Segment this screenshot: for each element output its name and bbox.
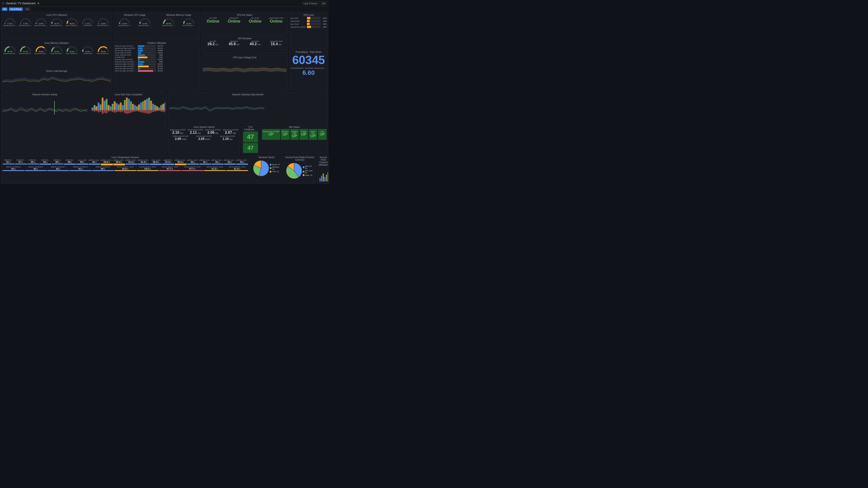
gauge-label: beta.lan.ayjc.net:9100 xyxy=(3,53,17,54)
ups-name: apc-1500 xyxy=(203,17,223,19)
uptime-unit: day xyxy=(215,132,219,134)
gauge-label: delta.lan.ayjc.net:91... xyxy=(19,25,32,26)
iops-neg-bar xyxy=(92,110,93,111)
temp-value: 42°C xyxy=(224,161,236,163)
temp-bar xyxy=(224,164,236,165)
svg-text:2.22%: 2.22% xyxy=(101,23,106,25)
tls-title: TLS Certificate ... xyxy=(243,126,258,131)
temp-node-name: none_none0 xyxy=(150,159,162,161)
interval-btn[interactable]: 1m xyxy=(24,7,31,11)
row3: Linux Temperature Sensors 0000:09:0... 3… xyxy=(1,155,328,184)
part-name: minie.lan.ayjc.net:9182 / Drive D xyxy=(115,70,137,72)
temp-r2-val: 42°C xyxy=(25,168,47,170)
gauge-item: 72.0% gamma.lan.ayjc.net:9... xyxy=(34,45,49,54)
legend-item: other: 15 xyxy=(303,174,315,176)
site-status-item[interactable]: PhalApi DEV UP xyxy=(290,129,299,140)
ap-channel-panel: Access Point Channel utilization xyxy=(317,155,329,184)
iops-neg-bar xyxy=(118,110,120,111)
site-status-grid: beta.lan.ayjc.net:9100 UP backrest UP Ph… xyxy=(262,129,327,140)
iops-neg-bar xyxy=(126,110,128,114)
iops-neg-bar xyxy=(106,110,107,113)
gauge-label: asyml.lan.ayjc.net:9... xyxy=(162,25,175,26)
part-pct: 26.1% xyxy=(156,47,163,49)
ups-live-item: apc-1500 Online xyxy=(203,17,223,24)
site-status-item[interactable]: beta.lan.ayjc.net:9100 UP xyxy=(262,129,280,140)
temp-node-name: 0000:09:0... xyxy=(52,159,64,161)
temp-r2-val: 41°C xyxy=(70,168,92,170)
smoothing-btn[interactable]: Smoothing xyxy=(9,7,23,11)
linux-cpu-panel: Linux CPU Utilization 2.71% beta.lan.ayj… xyxy=(1,13,112,40)
status-row: Linux System Uptime beta.lan.ayjc.net:91… xyxy=(168,125,328,154)
gauge-svg: 1.77% xyxy=(81,17,94,25)
load-pct: 20% xyxy=(321,23,327,25)
svg-text:14.0%: 14.0% xyxy=(85,51,90,53)
iops-neg-bar xyxy=(104,110,105,113)
iops-bar xyxy=(124,100,126,110)
temp-value: 42°C xyxy=(212,161,223,163)
temp-sensor-item: platform_coretemp 1 41.9°C xyxy=(125,159,137,166)
iops-neg-bar xyxy=(116,110,118,112)
network-panels: Network Clients Wired: 37Wireless: 19VPN… xyxy=(250,155,329,184)
ds-all-btn[interactable]: All xyxy=(2,7,7,11)
load-bar xyxy=(307,17,310,19)
iops-bar xyxy=(104,101,105,110)
part-bar xyxy=(138,57,147,58)
load-bar-bg xyxy=(307,23,320,25)
temp-sensor-item: none_none0 46.9°C xyxy=(150,159,162,166)
site-status-item[interactable]: arrow-Rex UP xyxy=(309,129,317,140)
iops-neg-bar xyxy=(112,110,114,112)
temp-node-name: py8b080:20... xyxy=(162,159,174,161)
temp-r2-bar xyxy=(47,170,69,171)
temp-sensor-item: 0000:09:0... 36°C xyxy=(52,159,64,166)
gauge-label: theta.lan.ayjc.net:91... xyxy=(97,25,110,26)
temp-sensors-title: Linux Temperature Sensors xyxy=(2,156,248,159)
temp-sensor-item-r2: thermal_thermal_zone0 67.7°C xyxy=(182,166,204,171)
prometheus-sub-value: 6.60 xyxy=(290,69,327,76)
ups-status: Online xyxy=(266,19,286,24)
temp-sensor-item-r2: thermal_thermal_zone0 54.5°C xyxy=(137,166,159,171)
temp-r2-name: thermal_thermal_zone0 xyxy=(137,166,159,168)
temp-r2-name: thermal_thermal_zone0 xyxy=(159,166,181,168)
part-bar-bg xyxy=(138,54,156,56)
temp-sensor-item: platform_coretemp 0 42°C xyxy=(187,159,199,166)
part-name: delta.lan.ayjc.net:9100 xyxy=(115,45,137,47)
temp-bar xyxy=(212,164,223,165)
toolbar: All Smoothing 1m xyxy=(0,7,329,12)
site-status-item[interactable]: Pi-Rpg UP xyxy=(300,129,308,140)
gauge-svg: 16.2% xyxy=(182,17,195,25)
temp-node-name: 0000:09:0... xyxy=(64,159,76,161)
temp-bar xyxy=(39,164,51,165)
gauge-item: 31.8% hp.lan.ayjc.net:9100 xyxy=(49,45,64,54)
gauge-label: beta.lan.ayjc.net:9100 xyxy=(3,25,17,26)
temp-sensor-item-r2: platform_coretemp 3 42°C xyxy=(47,166,69,171)
refresh-label[interactable]: 10s xyxy=(320,2,327,5)
temp-node-name: 0000:09:0... xyxy=(27,159,39,161)
ap-pie-area: 802.11n: 40802.11ac: 45other: 15 xyxy=(285,162,314,180)
part-bar xyxy=(138,68,140,70)
ap-legend: 802.11n: 40802.11ac: 45other: 15 xyxy=(303,165,315,177)
uptime-val: 2.06 xyxy=(208,131,215,134)
time-range-label[interactable]: Last 3 hours xyxy=(302,2,319,5)
temp-r2-val: 67.7°C xyxy=(159,168,181,170)
temp-sensor-item: platform_coretemp 0 42°C xyxy=(199,159,211,166)
site-status-item[interactable]: and UP xyxy=(318,129,327,140)
ap-radio-panel: Access Point Radio Protocol summary 802.… xyxy=(283,155,316,184)
site-status-item[interactable]: backrest UP xyxy=(281,129,289,140)
svg-rect-25 xyxy=(326,175,327,182)
svg-text:18.1%: 18.1% xyxy=(70,23,75,25)
temp-node-name: platform_coretemp 0 xyxy=(113,159,125,161)
svg-text:1.77%: 1.77% xyxy=(85,23,90,25)
temp-bar xyxy=(175,164,186,165)
legend-dot xyxy=(270,167,272,169)
gauge-label: minie.lan.ayjc.net:9... xyxy=(182,25,195,26)
iops-neg-bar xyxy=(124,110,126,113)
temp-bar xyxy=(27,164,39,164)
star-icon[interactable]: ★ xyxy=(37,2,39,5)
ups-voltage-panel: UPS Input Voltage [1m] xyxy=(201,55,288,91)
row1: Linux CPU Utilization 2.71% beta.lan.ayj… xyxy=(1,13,328,91)
temp-bar xyxy=(76,164,88,165)
ups-load-item: cyberpower 20% xyxy=(290,20,327,22)
topbar-right: Last 3 hours 10s xyxy=(302,2,327,5)
site-up-badge: UP xyxy=(319,132,326,136)
uptime-label: beta.lan.ayjc.net:9100 xyxy=(187,129,204,131)
